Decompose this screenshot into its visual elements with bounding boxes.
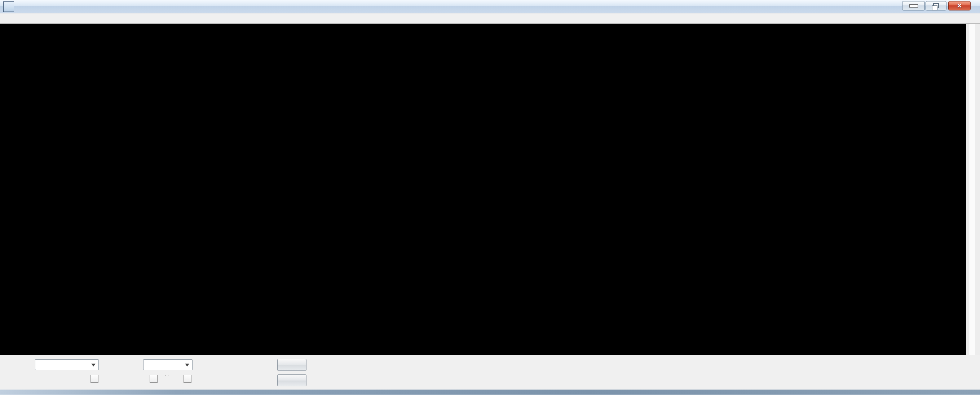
mode-dropdown[interactable] xyxy=(35,359,99,370)
contoured-checkbox[interactable] xyxy=(150,375,158,383)
copy-button[interactable] xyxy=(277,359,307,371)
palette-dropdown[interactable] xyxy=(143,359,192,370)
bw-button[interactable] xyxy=(277,374,307,386)
bottom-white-strip xyxy=(0,394,980,404)
arta-burst-decay-window: ✕ ▲ ▼ xyxy=(0,0,980,404)
burst-decay-plot xyxy=(0,24,966,355)
restore-icon xyxy=(933,3,939,8)
grid-checkbox[interactable] xyxy=(183,375,191,383)
menu-bar xyxy=(0,13,980,24)
close-button[interactable]: ✕ xyxy=(948,1,970,10)
colored-waterfall-checkbox[interactable] xyxy=(91,375,99,383)
chevron-down-icon xyxy=(91,364,95,366)
minimize-icon xyxy=(909,4,918,8)
chevron-down-icon xyxy=(185,364,189,366)
close-icon: ✕ xyxy=(956,2,962,10)
taskbar-sliver[interactable] xyxy=(0,390,980,394)
title-bar[interactable]: ✕ xyxy=(0,0,980,13)
control-bar: ▲ ▼ xyxy=(0,355,980,389)
grid-label xyxy=(166,375,168,376)
right-gutter xyxy=(966,24,980,355)
minimize-button[interactable] xyxy=(902,1,925,10)
restore-button[interactable] xyxy=(926,1,947,10)
app-icon[interactable] xyxy=(3,2,14,12)
